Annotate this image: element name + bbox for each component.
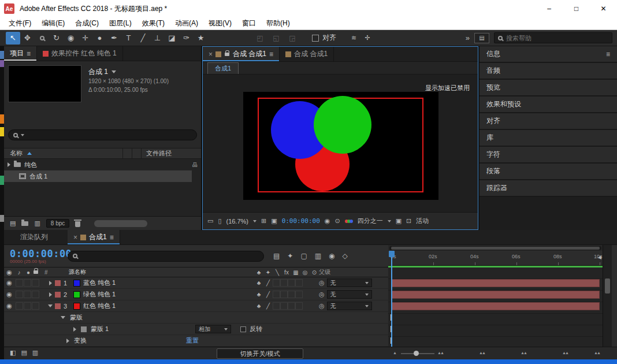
navigator-thumb[interactable] <box>391 247 600 250</box>
pixel-aspect-icon[interactable]: ⊡ <box>406 218 411 224</box>
panel-menu-icon[interactable]: ≡ <box>606 50 610 58</box>
layer-name[interactable]: 蓝色 纯色 1 <box>83 278 254 287</box>
zoom-slider-handle[interactable] <box>414 351 419 356</box>
mask-visibility-icon[interactable]: ▣ <box>271 218 277 224</box>
chevron-down-icon[interactable] <box>253 220 257 222</box>
timeline-vertical-scrollbar[interactable] <box>603 245 612 347</box>
menu-edit[interactable]: 编辑(E) <box>36 18 70 28</box>
expander-icon[interactable] <box>49 292 52 297</box>
motion-blur-switch[interactable] <box>288 279 295 287</box>
menu-effect[interactable]: 效果(T) <box>137 18 170 28</box>
masks-group-row[interactable]: 蒙版 <box>4 312 388 324</box>
tab-effect-controls[interactable]: 效果控件 红色 纯色 1 <box>37 46 123 61</box>
column-file-path[interactable]: 文件路径 <box>141 148 201 158</box>
fx-switch[interactable] <box>273 291 280 298</box>
mask-color-chip[interactable] <box>81 326 87 332</box>
timeline-track-area[interactable]: 0s 02s 04s 06s 08s 10s ◀ <box>388 245 603 347</box>
roto-brush-tool[interactable]: ✑ <box>179 32 194 44</box>
threed-switch[interactable] <box>295 302 303 310</box>
solo-column-icon[interactable]: ● <box>24 269 33 276</box>
fx-switch[interactable] <box>273 279 280 287</box>
layer-row-red[interactable]: ◉ 3 红色 纯色 1 ♣ ╱ ◎ 无 <box>4 300 388 312</box>
mask-1-row[interactable]: 蒙版 1 相加 反转 <box>4 324 388 335</box>
expand-inout-panes-icon[interactable]: ▥ <box>32 350 38 356</box>
motion-blur-switch[interactable] <box>288 291 295 298</box>
layer-duration-bar-green[interactable] <box>392 291 600 299</box>
panel-menu-icon[interactable]: ≡ <box>27 50 31 58</box>
close-icon[interactable]: × <box>209 50 213 58</box>
threed-switch[interactable] <box>295 291 303 298</box>
track-rows[interactable] <box>388 268 603 347</box>
expander-icon[interactable] <box>66 339 69 343</box>
frame-blend-switch[interactable] <box>280 291 288 298</box>
snap-checkbox[interactable] <box>312 35 319 42</box>
main-viewer-icon[interactable]: ▯ <box>218 218 221 224</box>
shape-tool[interactable]: ● <box>92 32 107 44</box>
graph-editor-icon[interactable]: ◇ <box>343 252 348 259</box>
layer-name[interactable]: 红色 纯色 1 <box>83 302 254 310</box>
help-search-input[interactable] <box>506 35 593 42</box>
label-color-chip[interactable] <box>55 280 61 286</box>
current-time-indicator[interactable] <box>391 251 392 347</box>
frame-blending-icon[interactable]: ▥ <box>315 252 321 259</box>
pen-tool[interactable]: ✒ <box>107 32 121 44</box>
solo-toggle[interactable] <box>24 291 31 298</box>
panel-effects-presets[interactable]: 效果和预设 <box>480 96 617 113</box>
panel-tracker[interactable]: 跟踪器 <box>480 180 617 197</box>
active-camera-label[interactable]: 活动 <box>416 217 429 225</box>
puppet-pin-tool[interactable]: ★ <box>194 32 208 44</box>
help-search-box[interactable] <box>494 32 612 43</box>
audio-toggle[interactable] <box>16 291 23 298</box>
resolution-select[interactable]: 四分之一 <box>358 217 383 225</box>
parent-dropdown[interactable]: 无 <box>327 290 372 299</box>
frame-blend-switch[interactable] <box>280 302 288 310</box>
layer-row-blue[interactable]: ◉ 1 蓝色 纯色 1 ♣ ╱ ◎ 无 <box>4 277 388 289</box>
expander-icon[interactable] <box>8 162 10 167</box>
transform-group-row[interactable]: 变换 重置 <box>4 335 388 347</box>
expander-icon[interactable] <box>49 281 52 285</box>
maximize-button[interactable]: □ <box>563 0 590 17</box>
menu-animation[interactable]: 动画(A) <box>170 18 203 28</box>
frame-blend-switch[interactable] <box>280 279 288 287</box>
project-item-solids-folder[interactable]: 纯色 品 <box>4 159 201 170</box>
panel-audio[interactable]: 音频 <box>480 63 617 80</box>
panel-info[interactable]: 信息 ≡ <box>480 46 617 63</box>
number-column[interactable]: # <box>39 269 54 276</box>
comp-flowchart-icon[interactable]: ▤ <box>273 252 280 259</box>
menu-view[interactable]: 视图(V) <box>203 18 237 28</box>
quality-switch[interactable]: ╱ <box>263 303 273 309</box>
project-item-comp1[interactable]: 合成 1 <box>4 170 192 182</box>
clone-stamp-tool[interactable]: ⊥ <box>150 32 165 44</box>
panel-menu-icon[interactable]: ≡ <box>269 50 273 58</box>
always-preview-icon[interactable]: ▭ <box>207 218 213 224</box>
eye-icon[interactable]: ◉ <box>4 291 14 298</box>
transform-reset-link[interactable]: 重置 <box>186 336 199 345</box>
audio-toggle[interactable] <box>16 302 23 310</box>
new-folder-icon[interactable] <box>21 221 28 226</box>
scrollbar-thumb[interactable] <box>605 278 610 294</box>
mask-mode-dropdown[interactable]: 相加 <box>195 325 231 333</box>
expander-open-icon[interactable] <box>61 316 65 319</box>
current-time[interactable]: 0:00:00:00 <box>282 217 320 225</box>
expand-transfer-controls-icon[interactable]: ▤ <box>21 350 27 356</box>
panel-libraries[interactable]: 库 <box>480 130 617 147</box>
chevron-down-icon[interactable] <box>111 70 116 73</box>
tab-composition-active[interactable]: × 合成 合成1 ≡ <box>203 47 280 61</box>
mask-name[interactable]: 蒙版 1 <box>91 325 109 333</box>
panel-character[interactable]: 字符 <box>480 147 617 164</box>
quality-switch-icon[interactable]: ╲ <box>273 269 282 276</box>
zoom-tool[interactable] <box>35 32 49 44</box>
layer-duration-bar-red[interactable] <box>392 302 600 310</box>
eye-icon[interactable]: ◉ <box>4 303 14 309</box>
layer-row-green[interactable]: ◉ 2 绿色 纯色 1 ♣ ╱ ◎ 无 <box>4 289 388 300</box>
zoom-out-icon[interactable]: ▲ <box>393 351 396 355</box>
layer-name[interactable]: 绿色 纯色 1 <box>83 290 254 299</box>
invert-checkbox[interactable] <box>240 326 246 332</box>
expander-icon[interactable] <box>73 327 76 332</box>
audio-toggle[interactable] <box>16 279 23 287</box>
horizontal-scrollbar[interactable] <box>94 220 147 227</box>
crosshair-icon[interactable]: ✢ <box>365 35 370 41</box>
workspace-switcher-button[interactable]: ▤ <box>474 33 489 43</box>
lock-toggle[interactable] <box>32 302 39 310</box>
project-search-input[interactable] <box>8 129 197 140</box>
